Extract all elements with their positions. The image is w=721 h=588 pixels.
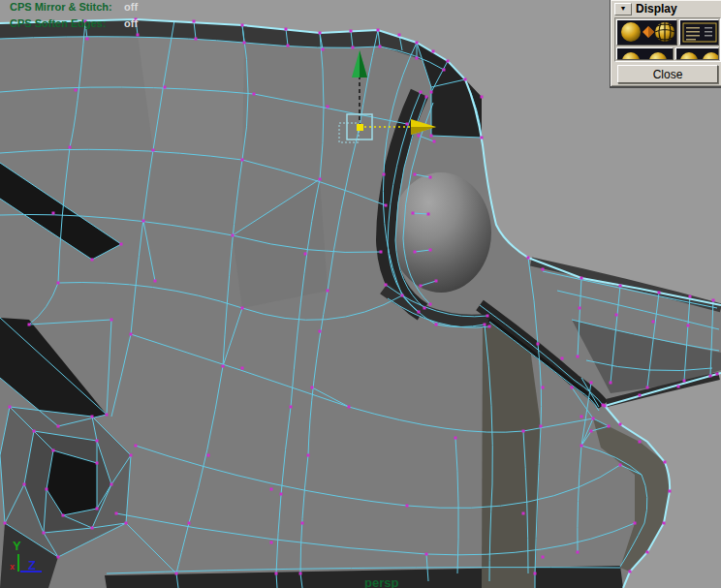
display-shading-button-right[interactable] (675, 47, 719, 60)
mesh-vertex[interactable] (683, 380, 686, 383)
mesh-vertex[interactable] (464, 78, 467, 81)
mesh-vertex[interactable] (615, 314, 618, 317)
mesh-vertex[interactable] (663, 522, 666, 525)
mesh-vertex[interactable] (401, 294, 404, 297)
mesh-vertex[interactable] (420, 285, 423, 288)
mesh-vertex[interactable] (241, 24, 244, 27)
mesh-vertex[interactable] (193, 20, 196, 23)
mesh-vertex[interactable] (427, 213, 430, 216)
mesh-vertex[interactable] (222, 365, 225, 368)
mesh-vertex[interactable] (430, 91, 433, 94)
mesh-vertex[interactable] (579, 307, 581, 310)
display-shading-button-left[interactable] (616, 47, 674, 60)
mesh-vertex[interactable] (253, 93, 256, 96)
mesh-vertex[interactable] (46, 488, 48, 491)
mesh-vertex[interactable] (152, 149, 155, 152)
mesh-vertex[interactable] (96, 440, 99, 443)
mesh-vertex[interactable] (241, 159, 244, 162)
mesh-vertex[interactable] (311, 387, 314, 389)
mesh-vertex[interactable] (689, 295, 692, 298)
mesh-vertex[interactable] (319, 178, 322, 181)
mesh-vertex[interactable] (9, 406, 12, 409)
mesh-vertex[interactable] (590, 382, 593, 385)
panel-menu-dropdown-button[interactable]: ▼ (614, 3, 632, 15)
mesh-vertex[interactable] (385, 204, 388, 207)
mesh-vertex[interactable] (287, 45, 290, 47)
mesh-vertex[interactable] (379, 46, 382, 48)
mesh-vertex[interactable] (416, 57, 419, 60)
mesh-vertex[interactable] (385, 284, 388, 287)
mesh-vertex[interactable] (175, 573, 178, 575)
close-button[interactable]: Close (617, 65, 718, 83)
mesh-vertex[interactable] (383, 173, 386, 176)
mesh-vertex[interactable] (57, 425, 60, 428)
mesh-vertex[interactable] (270, 542, 273, 544)
mesh-vertex[interactable] (207, 454, 210, 457)
mesh-vertex[interactable] (542, 556, 545, 559)
mesh-vertex[interactable] (130, 454, 133, 457)
mesh-vertex[interactable] (488, 325, 491, 328)
mesh-vertex[interactable] (484, 324, 486, 326)
mesh-vertex[interactable] (319, 330, 322, 333)
mesh-vertex[interactable] (577, 551, 580, 554)
mesh-vertex[interactable] (429, 249, 432, 252)
mesh-vertex[interactable] (522, 512, 525, 515)
mesh-vertex[interactable] (188, 522, 191, 525)
mesh-vertex[interactable] (28, 324, 31, 326)
mesh-vertex[interactable] (577, 356, 580, 358)
mesh-vertex[interactable] (243, 42, 246, 45)
mesh-vertex[interactable] (542, 268, 545, 271)
display-shaded-wireframe-toggle-button[interactable] (616, 19, 677, 46)
mesh-vertex[interactable] (304, 253, 307, 256)
mesh-vertex[interactable] (712, 299, 715, 302)
mesh-vertex[interactable] (69, 146, 72, 149)
mesh-vertex[interactable] (580, 445, 583, 448)
mesh-vertex[interactable] (398, 34, 401, 37)
mesh-vertex[interactable] (619, 423, 622, 426)
mesh-vertex[interactable] (319, 32, 322, 35)
mesh-vertex[interactable] (481, 137, 484, 139)
mesh-vertex[interactable] (327, 290, 329, 293)
mesh-vertex[interactable] (125, 522, 128, 525)
mesh-vertex[interactable] (110, 483, 113, 486)
mesh-vertex[interactable] (301, 522, 304, 525)
mesh-vertex[interactable] (110, 319, 113, 322)
mesh-vertex[interactable] (646, 387, 649, 389)
mesh-vertex[interactable] (418, 311, 421, 314)
mesh-vertex[interactable] (537, 343, 540, 346)
mesh-vertex[interactable] (57, 282, 60, 285)
mesh-vertex[interactable] (608, 425, 611, 428)
mesh-vertex[interactable] (522, 430, 525, 433)
mesh-vertex[interactable] (646, 551, 649, 554)
mesh-vertex[interactable] (33, 430, 36, 433)
mesh-vertex[interactable] (106, 414, 109, 417)
mesh-vertex[interactable] (23, 483, 26, 486)
mesh-vertex[interactable] (322, 48, 325, 51)
mesh-vertex[interactable] (307, 454, 310, 457)
mesh-vertex[interactable] (270, 488, 273, 491)
mesh-vertex[interactable] (429, 176, 432, 179)
mesh-vertex[interactable] (290, 406, 293, 409)
mesh-vertex[interactable] (423, 307, 426, 310)
mesh-vertex[interactable] (43, 532, 46, 535)
mesh-vertex[interactable] (280, 493, 283, 496)
mesh-vertex[interactable] (142, 220, 145, 223)
mesh-vertex[interactable] (420, 91, 423, 94)
mesh-vertex[interactable] (91, 527, 94, 530)
mesh-vertex[interactable] (629, 571, 632, 573)
mesh-vertex[interactable] (86, 38, 89, 41)
mesh-vertex[interactable] (687, 325, 690, 327)
mesh-vertex[interactable] (619, 285, 622, 288)
mesh-vertex[interactable] (709, 375, 712, 378)
mesh-vertex[interactable] (430, 135, 433, 138)
mesh-vertex[interactable] (481, 96, 484, 99)
mesh-vertex[interactable] (610, 382, 612, 385)
mesh-vertex[interactable] (275, 573, 278, 575)
mesh-vertex[interactable] (634, 522, 637, 525)
mesh-vertex[interactable] (52, 449, 55, 452)
mesh-vertex[interactable] (4, 522, 7, 525)
mesh-vertex[interactable] (195, 38, 198, 41)
mesh-vertex[interactable] (561, 357, 564, 360)
mesh-vertex[interactable] (429, 303, 432, 306)
mesh-vertex[interactable] (602, 404, 605, 407)
